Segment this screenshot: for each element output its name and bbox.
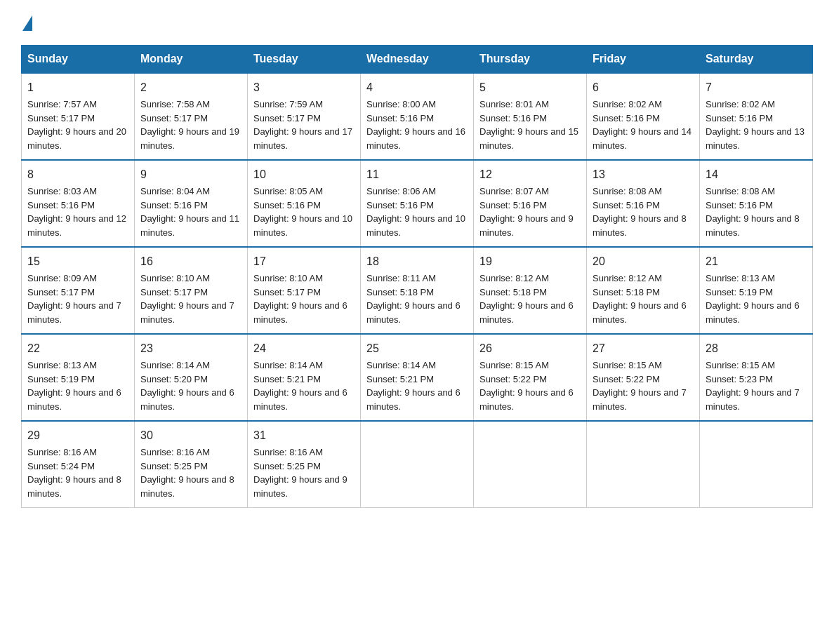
calendar-cell: 31Sunrise: 8:16 AMSunset: 5:25 PMDayligh… bbox=[248, 421, 361, 508]
calendar-cell bbox=[474, 421, 587, 508]
calendar-cell: 18Sunrise: 8:11 AMSunset: 5:18 PMDayligh… bbox=[361, 247, 474, 334]
sunrise-text: Sunrise: 8:08 AM bbox=[706, 186, 775, 196]
day-number: 10 bbox=[253, 166, 355, 183]
calendar-body: 1Sunrise: 7:57 AMSunset: 5:17 PMDaylight… bbox=[22, 73, 813, 508]
sunrise-text: Sunrise: 8:14 AM bbox=[253, 360, 323, 370]
daylight-text: Daylight: 9 hours and 7 minutes. bbox=[27, 300, 121, 325]
daylight-text: Daylight: 9 hours and 6 minutes. bbox=[479, 387, 574, 412]
sunset-text: Sunset: 5:17 PM bbox=[27, 113, 95, 123]
day-number: 16 bbox=[140, 253, 241, 270]
calendar-cell: 21Sunrise: 8:13 AMSunset: 5:19 PMDayligh… bbox=[700, 247, 813, 334]
day-number: 8 bbox=[27, 166, 128, 183]
calendar-cell: 17Sunrise: 8:10 AMSunset: 5:17 PMDayligh… bbox=[248, 247, 361, 334]
daylight-text: Daylight: 9 hours and 6 minutes. bbox=[253, 300, 348, 325]
calendar-cell: 28Sunrise: 8:15 AMSunset: 5:23 PMDayligh… bbox=[700, 334, 813, 421]
sunset-text: Sunset: 5:22 PM bbox=[593, 374, 660, 384]
logo bbox=[21, 14, 32, 31]
sunset-text: Sunset: 5:21 PM bbox=[253, 374, 321, 384]
column-header-thursday: Thursday bbox=[474, 46, 587, 74]
calendar-table: SundayMondayTuesdayWednesdayThursdayFrid… bbox=[21, 45, 813, 508]
calendar-cell: 7Sunrise: 8:02 AMSunset: 5:16 PMDaylight… bbox=[700, 73, 813, 160]
sunrise-text: Sunrise: 8:01 AM bbox=[479, 99, 549, 109]
calendar-cell bbox=[700, 421, 813, 508]
day-number: 30 bbox=[140, 427, 241, 444]
calendar-cell bbox=[361, 421, 474, 508]
sunset-text: Sunset: 5:17 PM bbox=[27, 287, 95, 297]
calendar-cell: 12Sunrise: 8:07 AMSunset: 5:16 PMDayligh… bbox=[474, 160, 587, 247]
sunrise-text: Sunrise: 8:14 AM bbox=[366, 360, 436, 370]
day-number: 3 bbox=[253, 79, 355, 96]
sunrise-text: Sunrise: 8:15 AM bbox=[706, 360, 775, 370]
calendar-week-3: 15Sunrise: 8:09 AMSunset: 5:17 PMDayligh… bbox=[22, 247, 813, 334]
day-number: 17 bbox=[253, 253, 355, 270]
sunrise-text: Sunrise: 8:00 AM bbox=[366, 99, 436, 109]
daylight-text: Daylight: 9 hours and 6 minutes. bbox=[706, 300, 800, 325]
sunset-text: Sunset: 5:17 PM bbox=[253, 113, 321, 123]
sunset-text: Sunset: 5:16 PM bbox=[706, 113, 773, 123]
sunset-text: Sunset: 5:17 PM bbox=[253, 287, 321, 297]
sunrise-text: Sunrise: 8:10 AM bbox=[140, 273, 210, 283]
sunrise-text: Sunrise: 8:11 AM bbox=[366, 273, 436, 283]
sunset-text: Sunset: 5:16 PM bbox=[479, 200, 547, 210]
daylight-text: Daylight: 9 hours and 7 minutes. bbox=[593, 387, 687, 412]
sunset-text: Sunset: 5:17 PM bbox=[140, 113, 208, 123]
daylight-text: Daylight: 9 hours and 14 minutes. bbox=[593, 126, 691, 151]
daylight-text: Daylight: 9 hours and 8 minutes. bbox=[593, 213, 687, 238]
column-header-sunday: Sunday bbox=[22, 46, 135, 74]
daylight-text: Daylight: 9 hours and 9 minutes. bbox=[479, 213, 574, 238]
daylight-text: Daylight: 9 hours and 10 minutes. bbox=[253, 213, 352, 238]
calendar-cell bbox=[587, 421, 700, 508]
calendar-cell: 30Sunrise: 8:16 AMSunset: 5:25 PMDayligh… bbox=[135, 421, 248, 508]
day-number: 19 bbox=[479, 253, 581, 270]
daylight-text: Daylight: 9 hours and 6 minutes. bbox=[27, 387, 121, 412]
day-number: 26 bbox=[479, 340, 581, 357]
logo-triangle-icon bbox=[22, 15, 32, 31]
column-header-tuesday: Tuesday bbox=[248, 46, 361, 74]
sunrise-text: Sunrise: 8:02 AM bbox=[593, 99, 662, 109]
sunset-text: Sunset: 5:16 PM bbox=[140, 200, 208, 210]
daylight-text: Daylight: 9 hours and 6 minutes. bbox=[593, 300, 687, 325]
calendar-week-2: 8Sunrise: 8:03 AMSunset: 5:16 PMDaylight… bbox=[22, 160, 813, 247]
sunrise-text: Sunrise: 7:58 AM bbox=[140, 99, 210, 109]
column-header-wednesday: Wednesday bbox=[361, 46, 474, 74]
header-row: SundayMondayTuesdayWednesdayThursdayFrid… bbox=[22, 46, 813, 74]
column-header-saturday: Saturday bbox=[700, 46, 813, 74]
daylight-text: Daylight: 9 hours and 16 minutes. bbox=[366, 126, 465, 151]
calendar-cell: 27Sunrise: 8:15 AMSunset: 5:22 PMDayligh… bbox=[587, 334, 700, 421]
sunrise-text: Sunrise: 8:16 AM bbox=[140, 447, 210, 457]
calendar-cell: 20Sunrise: 8:12 AMSunset: 5:18 PMDayligh… bbox=[587, 247, 700, 334]
sunrise-text: Sunrise: 8:15 AM bbox=[593, 360, 662, 370]
calendar-cell: 6Sunrise: 8:02 AMSunset: 5:16 PMDaylight… bbox=[587, 73, 700, 160]
sunrise-text: Sunrise: 8:05 AM bbox=[253, 186, 323, 196]
daylight-text: Daylight: 9 hours and 9 minutes. bbox=[253, 474, 348, 499]
sunset-text: Sunset: 5:16 PM bbox=[366, 113, 434, 123]
sunset-text: Sunset: 5:16 PM bbox=[27, 200, 95, 210]
calendar-cell: 13Sunrise: 8:08 AMSunset: 5:16 PMDayligh… bbox=[587, 160, 700, 247]
day-number: 13 bbox=[593, 166, 694, 183]
calendar-cell: 2Sunrise: 7:58 AMSunset: 5:17 PMDaylight… bbox=[135, 73, 248, 160]
daylight-text: Daylight: 9 hours and 17 minutes. bbox=[253, 126, 352, 151]
sunset-text: Sunset: 5:16 PM bbox=[593, 200, 660, 210]
day-number: 20 bbox=[593, 253, 694, 270]
sunset-text: Sunset: 5:25 PM bbox=[253, 461, 321, 471]
calendar-cell: 26Sunrise: 8:15 AMSunset: 5:22 PMDayligh… bbox=[474, 334, 587, 421]
calendar-week-1: 1Sunrise: 7:57 AMSunset: 5:17 PMDaylight… bbox=[22, 73, 813, 160]
daylight-text: Daylight: 9 hours and 10 minutes. bbox=[366, 213, 465, 238]
day-number: 5 bbox=[479, 79, 581, 96]
sunset-text: Sunset: 5:23 PM bbox=[706, 374, 773, 384]
sunset-text: Sunset: 5:16 PM bbox=[706, 200, 773, 210]
sunrise-text: Sunrise: 8:06 AM bbox=[366, 186, 436, 196]
daylight-text: Daylight: 9 hours and 20 minutes. bbox=[27, 126, 126, 151]
column-header-monday: Monday bbox=[135, 46, 248, 74]
calendar-cell: 19Sunrise: 8:12 AMSunset: 5:18 PMDayligh… bbox=[474, 247, 587, 334]
day-number: 27 bbox=[593, 340, 694, 357]
calendar-week-4: 22Sunrise: 8:13 AMSunset: 5:19 PMDayligh… bbox=[22, 334, 813, 421]
sunset-text: Sunset: 5:18 PM bbox=[366, 287, 434, 297]
calendar-cell: 1Sunrise: 7:57 AMSunset: 5:17 PMDaylight… bbox=[22, 73, 135, 160]
day-number: 29 bbox=[27, 427, 128, 444]
daylight-text: Daylight: 9 hours and 7 minutes. bbox=[140, 300, 234, 325]
daylight-text: Daylight: 9 hours and 6 minutes. bbox=[366, 387, 461, 412]
sunset-text: Sunset: 5:21 PM bbox=[366, 374, 434, 384]
sunrise-text: Sunrise: 8:07 AM bbox=[479, 186, 549, 196]
daylight-text: Daylight: 9 hours and 6 minutes. bbox=[140, 387, 234, 412]
